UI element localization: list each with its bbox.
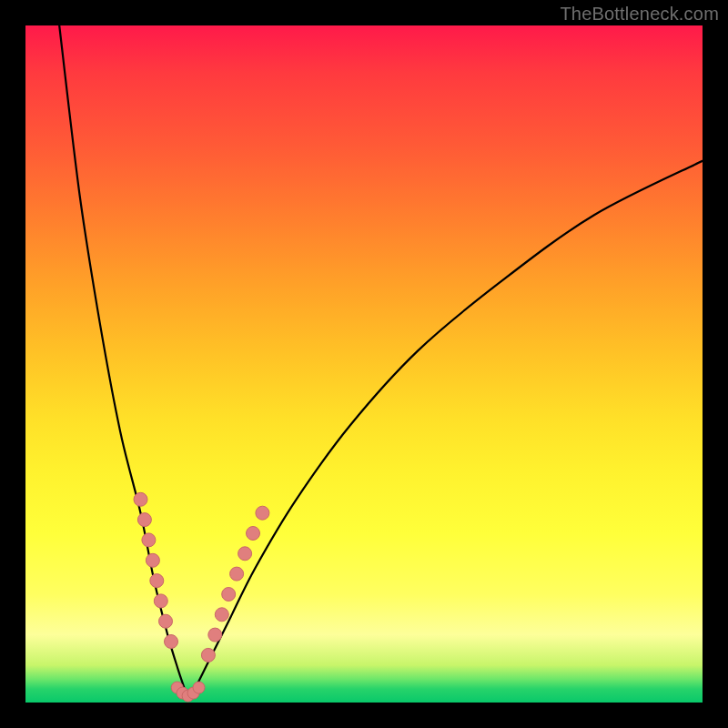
- data-dot: [159, 614, 173, 628]
- dot-cluster-group: [134, 492, 269, 702]
- curve-right-branch: [188, 161, 703, 700]
- data-dot: [256, 506, 269, 520]
- curve-layer: [25, 25, 703, 703]
- plot-area: [25, 25, 703, 703]
- watermark-text: TheBottleneck.com: [560, 4, 719, 25]
- data-dot: [208, 628, 222, 642]
- data-dot: [222, 588, 236, 602]
- data-dot: [247, 527, 260, 541]
- data-dot: [154, 594, 167, 608]
- data-dot: [150, 574, 164, 588]
- data-dot: [230, 567, 244, 581]
- data-dot: [142, 533, 156, 547]
- data-dot: [193, 682, 205, 693]
- chart-root: TheBottleneck.com: [0, 0, 728, 728]
- data-dot: [215, 608, 228, 622]
- data-dot: [201, 648, 215, 662]
- data-dot: [165, 635, 178, 649]
- data-dot: [146, 553, 159, 567]
- data-dot: [238, 547, 252, 561]
- data-dot: [134, 492, 147, 506]
- data-dot: [137, 513, 151, 527]
- curve-left-branch: [59, 25, 187, 699]
